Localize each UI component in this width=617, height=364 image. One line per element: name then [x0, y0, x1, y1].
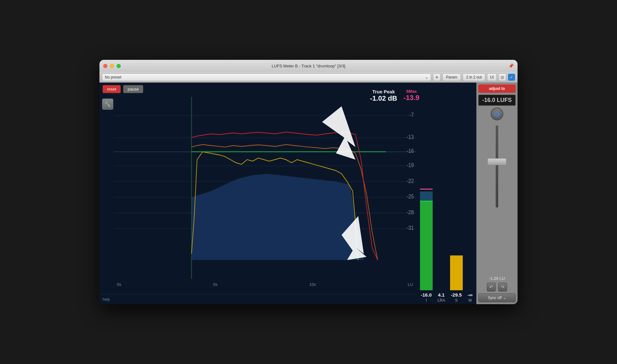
gain-slider[interactable] — [487, 158, 506, 165]
svg-text:-22: -22 — [407, 178, 414, 184]
app-window: LUFS Meter B - Track 1 "drumloop" [3/3] … — [99, 60, 518, 304]
bottom-bars: -16.0 I 4.1 LRA -29.5 — [416, 97, 476, 304]
close-button[interactable] — [103, 64, 107, 68]
slider-track — [496, 125, 498, 208]
power-button[interactable]: ⏻ — [491, 108, 503, 120]
svg-text:-25: -25 — [407, 193, 414, 200]
undo-redo-controls: ↶ ↷ — [487, 283, 507, 292]
minimize-button[interactable] — [110, 64, 114, 68]
undo-button[interactable]: ↶ — [487, 283, 496, 292]
true-peak-value: -1.02 dB — [370, 94, 397, 103]
lu-value: -1.29 LU — [489, 276, 505, 281]
preset-dropdown[interactable]: No preset ⌄ — [102, 73, 431, 81]
power-icon: ⏻ — [494, 111, 500, 117]
true-peak-label: True Peak — [370, 89, 397, 94]
clock-icon[interactable]: ⊙ — [499, 73, 506, 81]
io-button[interactable]: 2 in 2 out — [463, 73, 485, 81]
window-title: LUFS Meter B - Track 1 "drumloop" [3/3] — [272, 64, 345, 68]
titlebar: LUFS Meter B - Track 1 "drumloop" [3/3] … — [99, 60, 518, 72]
right-panel: adjust to -16.0 LUFS ⏻ -1.29 LU ↶ ↷ Sync… — [476, 83, 518, 304]
time-0s-left: 0s — [117, 282, 121, 287]
add-preset-button[interactable]: + — [433, 73, 441, 81]
main-content: reset pause 🔧 True Peak -1.02 dB S​Max -… — [99, 83, 518, 304]
svg-text:-7: -7 — [409, 112, 414, 118]
smax-label: S​Max — [404, 89, 419, 94]
settings-button[interactable]: 🔧 — [102, 98, 113, 110]
true-peak-display: True Peak -1.02 dB S​Max -13.9 — [370, 89, 419, 103]
time-labels: 0s 0s 10s LU — [117, 282, 413, 287]
svg-text:-19: -19 — [407, 162, 414, 168]
bottom-bar: help — [99, 294, 416, 304]
redo-button[interactable]: ↷ — [498, 283, 507, 292]
svg-text:-16: -16 — [407, 148, 414, 154]
svg-text:-28: -28 — [407, 209, 414, 216]
sync-label: Sync off — [488, 296, 501, 300]
waveform-graph: -7 -13 -16 -19 -22 -25 -28 -31 — [114, 97, 419, 279]
enable-checkbox[interactable]: ✓ — [508, 74, 515, 81]
sync-dropdown[interactable]: Sync off ⌄ — [478, 293, 516, 302]
param-button[interactable]: Param — [442, 73, 461, 81]
chevron-down-icon: ⌄ — [503, 296, 506, 300]
toolbar: No preset ⌄ + Param 2 in 2 out UI ⊙ ✓ — [99, 72, 518, 83]
chevron-down-icon: ⌄ — [425, 75, 428, 79]
help-text: help — [103, 297, 110, 302]
svg-text:-13: -13 — [407, 134, 414, 140]
svg-text:-31: -31 — [407, 225, 414, 231]
meter-area: reset pause 🔧 True Peak -1.02 dB S​Max -… — [99, 83, 476, 304]
top-controls: reset pause — [99, 83, 146, 96]
maximize-button[interactable] — [117, 64, 121, 68]
smax-value: -13.9 — [404, 94, 419, 102]
adjust-to-button[interactable]: adjust to — [478, 85, 516, 93]
ui-button[interactable]: UI — [487, 73, 497, 81]
preset-label: No preset — [105, 75, 121, 79]
time-lu: LU — [408, 282, 413, 287]
pin-icon: 📌 — [508, 63, 514, 68]
time-0s-right: 0s — [213, 282, 218, 287]
traffic-lights — [103, 64, 121, 68]
pause-button[interactable]: pause — [123, 85, 143, 93]
time-10s: 10s — [309, 282, 316, 287]
slider-container — [478, 122, 516, 274]
reset-button[interactable]: reset — [103, 85, 121, 93]
lufs-display: -16.0 LUFS — [478, 95, 516, 106]
